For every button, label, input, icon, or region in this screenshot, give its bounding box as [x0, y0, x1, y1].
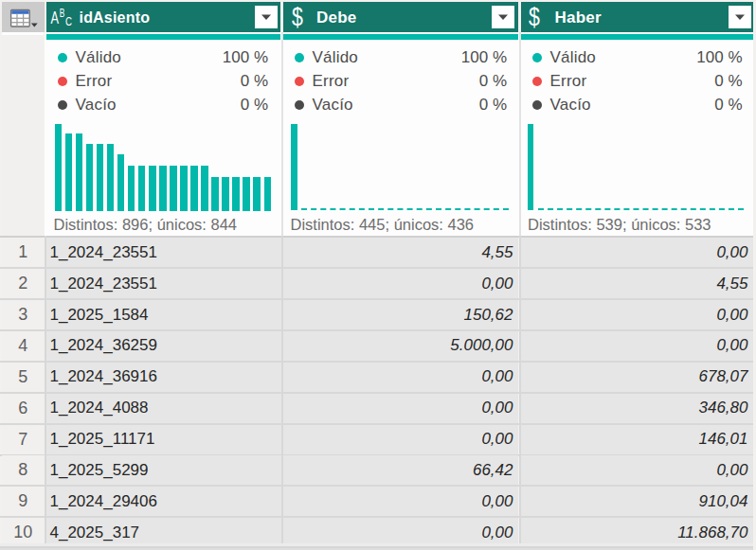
svg-text:B: B	[59, 7, 64, 20]
svg-text:C: C	[64, 14, 71, 28]
svg-text:A: A	[50, 9, 59, 27]
